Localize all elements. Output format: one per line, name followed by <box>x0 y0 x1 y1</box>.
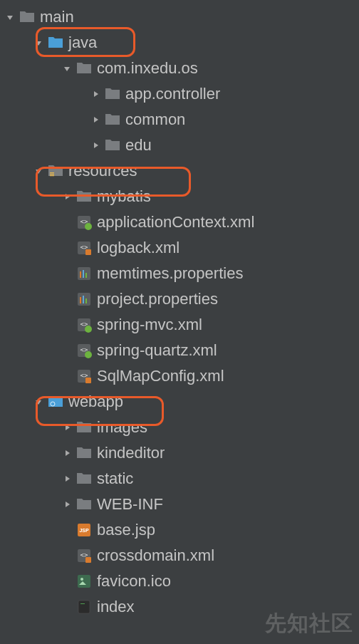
tree-node-mybatis[interactable]: mybatis <box>0 184 359 209</box>
node-label: favicon.ico <box>97 572 171 591</box>
chevron-down-icon[interactable] <box>60 61 74 76</box>
tree-node-project-properties[interactable]: project.properties <box>0 286 359 312</box>
folder-icon <box>76 445 93 462</box>
folder-icon <box>19 9 36 26</box>
tree-node-static[interactable]: static <box>0 466 359 492</box>
tree-node-kindeditor[interactable]: kindeditor <box>0 440 359 466</box>
chevron-down-icon[interactable] <box>31 36 46 50</box>
tree-node-logback[interactable]: logback.xml <box>0 235 359 261</box>
folder-icon <box>104 85 121 103</box>
chevron-right-icon[interactable] <box>88 138 103 152</box>
xml-file-icon <box>76 368 93 385</box>
node-label: project.properties <box>97 290 218 308</box>
tree-node-images[interactable]: images <box>0 415 359 440</box>
node-label: images <box>97 418 147 437</box>
image-file-icon <box>76 573 93 590</box>
tree-node-java[interactable]: java <box>0 30 359 56</box>
tree-node-webapp[interactable]: webapp <box>0 389 359 415</box>
folder-source-icon <box>47 34 64 51</box>
node-label: java <box>68 33 97 52</box>
chevron-right-icon[interactable] <box>60 420 74 435</box>
node-label: crossdomain.xml <box>97 546 214 565</box>
xml-spring-icon <box>76 342 93 359</box>
folder-icon <box>76 188 93 205</box>
node-label: edu <box>125 136 152 155</box>
xml-spring-icon <box>76 316 93 333</box>
chevron-right-icon[interactable] <box>60 472 74 486</box>
chevron-right-icon[interactable] <box>60 446 74 460</box>
folder-resources-icon <box>47 162 64 180</box>
tree-node-sqlmapconfig[interactable]: SqlMapConfig.xml <box>0 363 359 389</box>
folder-icon <box>76 60 93 77</box>
node-label: mybatis <box>97 187 151 206</box>
chevron-right-icon[interactable] <box>88 113 103 127</box>
tree-node-base-jsp[interactable]: base.jsp <box>0 517 359 543</box>
folder-icon <box>76 419 93 436</box>
node-label: logback.xml <box>97 239 180 257</box>
node-label: memtimes.properties <box>97 264 243 283</box>
node-label: applicationContext.xml <box>97 213 254 232</box>
node-label: index <box>97 598 135 616</box>
chevron-right-icon[interactable] <box>60 497 74 511</box>
tree-node-web-inf[interactable]: WEB-INF <box>0 492 359 517</box>
xml-file-icon <box>76 239 93 256</box>
tree-node-spring-quartz[interactable]: spring-quartz.xml <box>0 338 359 363</box>
tree-node-memtimes[interactable]: memtimes.properties <box>0 261 359 286</box>
properties-file-icon <box>76 265 93 282</box>
tree-node-package[interactable]: com.inxedu.os <box>0 56 359 81</box>
chevron-down-icon[interactable] <box>3 10 17 24</box>
tree-node-index[interactable]: index <box>0 594 359 620</box>
folder-web-icon <box>47 393 64 410</box>
folder-icon <box>104 137 121 154</box>
file-icon <box>76 598 93 616</box>
tree-node-main[interactable]: main <box>0 4 359 30</box>
folder-icon <box>76 496 93 513</box>
node-label: webapp <box>68 393 123 411</box>
node-label: spring-quartz.xml <box>97 341 217 360</box>
node-label: WEB-INF <box>97 495 163 514</box>
tree-node-app-controller[interactable]: app.controller <box>0 81 359 107</box>
node-label: common <box>125 110 185 129</box>
node-label: com.inxedu.os <box>97 59 198 78</box>
node-label: spring-mvc.xml <box>97 316 202 334</box>
chevron-right-icon[interactable] <box>60 189 74 204</box>
tree-node-spring-mvc[interactable]: spring-mvc.xml <box>0 312 359 338</box>
node-label: main <box>40 8 74 26</box>
node-label: resources <box>68 162 137 180</box>
chevron-down-icon[interactable] <box>31 395 46 409</box>
node-label: app.controller <box>125 85 220 103</box>
tree-node-resources[interactable]: resources <box>0 158 359 184</box>
tree-node-applicationcontext[interactable]: applicationContext.xml <box>0 209 359 235</box>
node-label: SqlMapConfig.xml <box>97 367 224 385</box>
properties-file-icon <box>76 291 93 308</box>
node-label: static <box>97 469 133 488</box>
xml-file-icon <box>76 547 93 564</box>
folder-icon <box>76 470 93 487</box>
folder-icon <box>104 111 121 128</box>
node-label: base.jsp <box>97 521 155 539</box>
chevron-right-icon[interactable] <box>88 87 103 101</box>
jsp-file-icon <box>76 521 93 539</box>
tree-node-common[interactable]: common <box>0 107 359 133</box>
project-tree: main java com.inxedu.os app.controller c… <box>0 0 359 620</box>
xml-spring-icon <box>76 214 93 231</box>
node-label: kindeditor <box>97 444 165 462</box>
chevron-down-icon[interactable] <box>31 164 46 178</box>
tree-node-edu[interactable]: edu <box>0 133 359 158</box>
tree-node-crossdomain[interactable]: crossdomain.xml <box>0 543 359 568</box>
tree-node-favicon[interactable]: favicon.ico <box>0 568 359 594</box>
